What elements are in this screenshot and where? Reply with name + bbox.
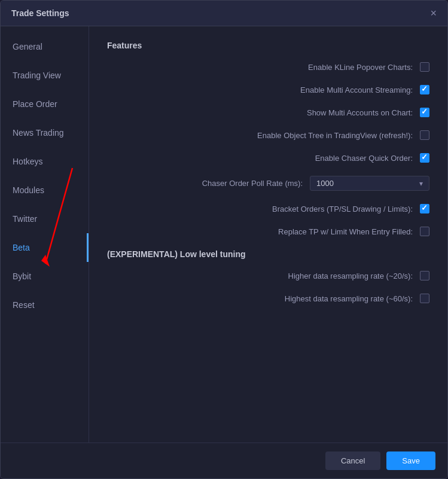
dropdown-chaser-poll-rate[interactable]: 1000▾ xyxy=(310,176,429,191)
main-content: Features Enable KLine Popover Charts:Ena… xyxy=(89,26,447,443)
checkbox-bracket-orders[interactable] xyxy=(420,204,429,213)
sidebar-item-reset[interactable]: Reset xyxy=(1,291,89,319)
checkbox-object-tree[interactable] xyxy=(420,130,429,140)
setting-label-highest-resampling: Highest data resampling rate (~60/s): xyxy=(285,294,413,303)
setting-label-object-tree: Enable Object Tree in TradingView (refre… xyxy=(257,131,413,140)
sidebar-item-news-trading[interactable]: News Trading xyxy=(1,118,89,147)
sidebar-item-beta[interactable]: Beta xyxy=(1,233,89,262)
setting-row-chaser-poll-rate: Chaser Order Poll Rate (ms):1000▾ xyxy=(107,176,429,191)
sidebar-item-place-order[interactable]: Place Order xyxy=(1,90,89,118)
setting-row-replace-tp: Replace TP w/ Limit When Entry Filled: xyxy=(107,227,429,236)
checkbox-kline-popover[interactable] xyxy=(420,62,429,72)
title-bar: Trade Settings × xyxy=(1,1,447,26)
setting-row-object-tree: Enable Object Tree in TradingView (refre… xyxy=(107,130,429,140)
sidebar-item-general[interactable]: General xyxy=(1,32,89,61)
close-button[interactable]: × xyxy=(430,8,437,19)
sidebar: GeneralTrading ViewPlace OrderNews Tradi… xyxy=(1,26,89,443)
setting-label-chaser-quick-order: Enable Chaser Quick Order: xyxy=(315,154,413,163)
checkbox-highest-resampling[interactable] xyxy=(420,294,429,303)
setting-row-show-multi-accounts: Show Multi Accounts on Chart: xyxy=(107,108,429,117)
setting-row-chaser-quick-order: Enable Chaser Quick Order: xyxy=(107,153,429,163)
setting-label-bracket-orders: Bracket Orders (TP/SL Drawing / Limits): xyxy=(272,205,413,213)
checkbox-show-multi-accounts[interactable] xyxy=(420,108,429,117)
setting-label-multi-account-streaming: Enable Multi Account Streaming: xyxy=(300,86,413,94)
dropdown-value-chaser-poll-rate: 1000 xyxy=(316,179,334,188)
experimental-section-title: (EXPERIMENTAL) Low level tuning xyxy=(107,249,429,259)
features-section-title: Features xyxy=(107,41,429,50)
setting-label-kline-popover: Enable KLine Popover Charts: xyxy=(308,63,413,72)
sidebar-item-bybit[interactable]: Bybit xyxy=(1,262,89,291)
trade-settings-dialog: Trade Settings × GeneralTrading ViewPlac… xyxy=(0,0,448,479)
checkbox-chaser-quick-order[interactable] xyxy=(420,153,429,163)
setting-label-chaser-poll-rate: Chaser Order Poll Rate (ms): xyxy=(202,179,303,188)
checkbox-replace-tp[interactable] xyxy=(420,227,429,236)
sidebar-item-twitter[interactable]: Twitter xyxy=(1,205,89,233)
sidebar-item-hotkeys[interactable]: Hotkeys xyxy=(1,147,89,176)
content-area: GeneralTrading ViewPlace OrderNews Tradi… xyxy=(1,26,447,443)
setting-row-bracket-orders: Bracket Orders (TP/SL Drawing / Limits): xyxy=(107,204,429,213)
footer: Cancel Save xyxy=(1,443,447,478)
setting-row-highest-resampling: Highest data resampling rate (~60/s): xyxy=(107,294,429,303)
dialog-title: Trade Settings xyxy=(11,8,69,18)
setting-row-kline-popover: Enable KLine Popover Charts: xyxy=(107,62,429,72)
setting-row-higher-resampling: Higher data resampling rate (~20/s): xyxy=(107,271,429,280)
checkbox-higher-resampling[interactable] xyxy=(420,271,429,280)
setting-label-replace-tp: Replace TP w/ Limit When Entry Filled: xyxy=(278,227,413,236)
setting-row-multi-account-streaming: Enable Multi Account Streaming: xyxy=(107,85,429,94)
chevron-down-icon: ▾ xyxy=(419,179,423,188)
sidebar-item-trading-view[interactable]: Trading View xyxy=(1,61,89,90)
setting-label-show-multi-accounts: Show Multi Accounts on Chart: xyxy=(307,108,413,117)
save-button[interactable]: Save xyxy=(386,451,435,470)
setting-label-higher-resampling: Higher data resampling rate (~20/s): xyxy=(288,271,413,280)
checkbox-multi-account-streaming[interactable] xyxy=(420,85,429,94)
sidebar-item-modules[interactable]: Modules xyxy=(1,176,89,205)
cancel-button[interactable]: Cancel xyxy=(325,451,380,470)
